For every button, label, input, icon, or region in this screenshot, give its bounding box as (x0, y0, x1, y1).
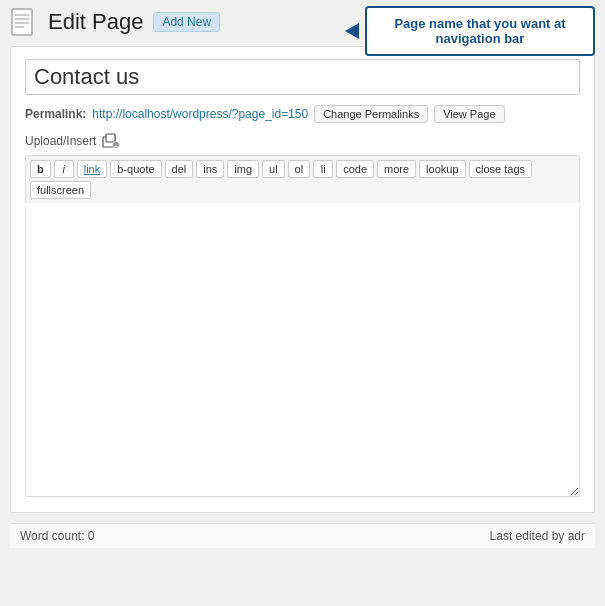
toolbar-btn-more[interactable]: more (377, 160, 416, 178)
word-count: Word count: 0 (20, 529, 94, 543)
permalink-label: Permalink: (25, 107, 86, 121)
page-name-section (25, 59, 580, 95)
toolbar-btn-li[interactable]: li (313, 160, 333, 178)
upload-insert-label: Upload/Insert (25, 134, 96, 148)
svg-text:+: + (114, 143, 118, 150)
toolbar-btn-del[interactable]: del (165, 160, 194, 178)
content-area: Permalink: http://localhost/wordpress/?p… (10, 46, 595, 513)
toolbar-btn-ul[interactable]: ul (262, 160, 285, 178)
page-wrapper: Edit Page Add New Page name that you wan… (0, 0, 605, 606)
change-permalinks-button[interactable]: Change Permalinks (314, 105, 428, 123)
tooltip-text: Page name that you want at navigation ba… (394, 16, 565, 46)
page-document-icon (10, 8, 38, 36)
toolbar-btn-b-quote[interactable]: b-quote (110, 160, 161, 178)
tooltip-arrow (345, 23, 359, 39)
toolbar-btn-b[interactable]: b (30, 160, 51, 178)
toolbar-btn-code[interactable]: code (336, 160, 374, 178)
editor-textarea[interactable] (25, 207, 580, 497)
toolbar-btn-lookup[interactable]: lookup (419, 160, 465, 178)
page-title: Edit Page (48, 9, 143, 35)
upload-insert-icon[interactable]: + (102, 133, 120, 149)
toolbar-btn-ol[interactable]: ol (288, 160, 311, 178)
view-page-button[interactable]: View Page (434, 105, 504, 123)
page-name-input[interactable] (25, 59, 580, 95)
toolbar-btn-close-tags[interactable]: close tags (469, 160, 533, 178)
status-bar: Word count: 0 Last edited by adr (10, 523, 595, 548)
editor-toolbar: bilinkb-quotedelinsimgulollicodemorelook… (25, 155, 580, 203)
svg-rect-0 (12, 9, 32, 35)
toolbar-btn-i[interactable]: i (54, 160, 74, 178)
toolbar-btn-link[interactable]: link (77, 160, 108, 178)
toolbar-btn-fullscreen[interactable]: fullscreen (30, 181, 91, 199)
toolbar-btn-ins[interactable]: ins (196, 160, 224, 178)
upload-insert-bar: Upload/Insert + (25, 133, 580, 149)
tooltip-box: Page name that you want at navigation ba… (365, 6, 595, 56)
toolbar-btn-img[interactable]: img (227, 160, 259, 178)
svg-rect-6 (106, 134, 115, 142)
add-new-button[interactable]: Add New (153, 12, 220, 32)
permalink-url: http://localhost/wordpress/?page_id=150 (92, 107, 308, 121)
last-edited: Last edited by adr (490, 529, 585, 543)
permalink-bar: Permalink: http://localhost/wordpress/?p… (25, 105, 580, 123)
